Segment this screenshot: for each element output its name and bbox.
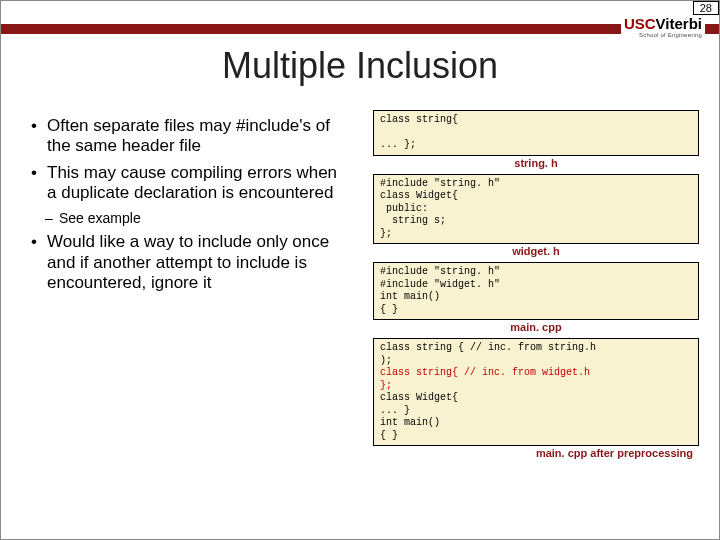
logo: USCViterbi School of Engineering <box>621 15 705 39</box>
code-box-string-h: class string{ ... }; <box>373 110 699 156</box>
content-area: Often separate files may #include's of t… <box>1 106 719 536</box>
code-line: class string { // inc. from string.h <box>380 342 596 353</box>
code-box-widget-h: #include "string. h" class Widget{ publi… <box>373 174 699 245</box>
code-column: class string{ ... }; string. h #include … <box>361 106 711 536</box>
code-line: ); <box>380 355 392 366</box>
code-line-duplicate: class string{ // inc. from widget.h }; <box>380 367 590 391</box>
file-label: string. h <box>373 157 699 169</box>
bullet-item: This may cause compiling errors when a d… <box>31 163 351 204</box>
bullet-item: Would like a way to include only once an… <box>31 232 351 293</box>
bullet-item: Often separate files may #include's of t… <box>31 116 351 157</box>
sub-bullet: See example <box>31 210 351 227</box>
code-box-main-cpp: #include "string. h" #include "widget. h… <box>373 262 699 320</box>
text-column: Often separate files may #include's of t… <box>1 106 361 536</box>
logo-usc: USC <box>624 15 656 32</box>
logo-viterbi: Viterbi <box>656 15 702 32</box>
slide-title: Multiple Inclusion <box>1 45 719 87</box>
header-bar <box>1 24 719 34</box>
logo-main: USCViterbi <box>624 16 702 31</box>
code-line: class Widget{ ... } int main() { } <box>380 392 458 441</box>
file-label: main. cpp <box>373 321 699 333</box>
logo-subtitle: School of Engineering <box>624 32 702 38</box>
code-box-preprocessed: class string { // inc. from string.h ); … <box>373 338 699 446</box>
file-label: widget. h <box>373 245 699 257</box>
file-label: main. cpp after preprocessing <box>373 447 699 459</box>
page-number: 28 <box>693 1 719 15</box>
